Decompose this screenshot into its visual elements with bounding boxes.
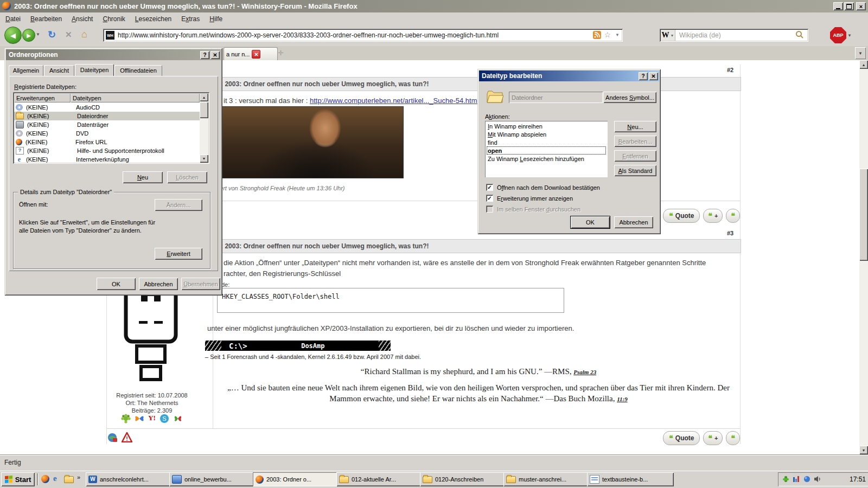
tab-dateitypen[interactable]: Dateitypen: [75, 64, 114, 76]
filetype-row[interactable]: e (KEINE) Internetverknüpfung: [14, 155, 200, 164]
minimize-button[interactable]: [832, 2, 843, 10]
homepage-icon[interactable]: [107, 433, 118, 444]
scroll-down-icon[interactable]: ▼: [859, 446, 868, 454]
new-action-button[interactable]: Neu...: [614, 121, 656, 132]
menu-datei[interactable]: Datei: [5, 15, 21, 23]
action-item[interactable]: Mit Winamp abspielen: [487, 130, 606, 138]
list-scroll-thumb[interactable]: [200, 102, 208, 118]
menu-ansicht[interactable]: Ansicht: [72, 15, 93, 23]
change-button[interactable]: Ändern...: [155, 199, 202, 211]
scroll-up-icon[interactable]: ▲: [859, 60, 868, 69]
remove-action-button[interactable]: Entfernen: [614, 150, 656, 162]
quicklaunch-chevron-icon[interactable]: »: [77, 474, 80, 480]
cancel-button[interactable]: Abbrechen: [139, 278, 178, 290]
browser-tab[interactable]: a nur n... ✕: [224, 47, 278, 61]
ok-button[interactable]: OK: [571, 216, 610, 228]
menu-lesezeichen[interactable]: Lesezeichen: [135, 15, 171, 23]
checkbox-unchecked-icon[interactable]: ✓: [486, 206, 493, 213]
filetype-row[interactable]: (KEINE) Firefox URL: [14, 138, 200, 146]
apply-button[interactable]: Übernehmen: [181, 278, 220, 290]
quicklaunch-ie-icon[interactable]: e: [53, 474, 57, 483]
tray-volume-icon[interactable]: [814, 476, 821, 484]
taskbar-task[interactable]: Wanschrelconlehrt...: [86, 472, 173, 486]
forward-button[interactable]: ▶: [22, 29, 35, 42]
bookmark-star-icon[interactable]: ☆: [604, 30, 611, 39]
icq-icon[interactable]: [121, 414, 131, 425]
msn-icon[interactable]: [135, 414, 144, 425]
scrollbar-thumb[interactable]: [859, 169, 868, 261]
taskbar-clock[interactable]: 17:51: [850, 476, 866, 483]
post2-number[interactable]: #2: [727, 67, 733, 73]
actions-list[interactable]: In Winamp einreihen Mit Winamp abspielen…: [485, 121, 608, 177]
action-item-selected[interactable]: open: [487, 146, 606, 155]
tray-network-icon[interactable]: [793, 476, 800, 484]
new-tab-icon[interactable]: ✛: [278, 49, 284, 57]
quote2-link[interactable]: 11:9: [617, 396, 628, 402]
list-tabs-dropdown-icon[interactable]: ▼: [855, 47, 866, 59]
set-default-button[interactable]: Als Standard: [614, 165, 656, 176]
back-button[interactable]: ◀: [4, 27, 22, 44]
tab-allgemein[interactable]: Allgemein: [9, 65, 43, 76]
post2-link[interactable]: http://www.computerleben.net/artikel..._…: [310, 97, 478, 105]
reload-button[interactable]: ↻: [48, 29, 56, 41]
quicklaunch-firefox-icon[interactable]: [41, 475, 49, 483]
always-show-extension-checkbox[interactable]: ✓ Erweiterung immer anzeigen: [486, 195, 573, 202]
adblock-icon[interactable]: ABP: [830, 27, 846, 43]
yahoo-icon[interactable]: Y!: [148, 414, 156, 425]
post3-multiquote-button[interactable]: ❝+: [703, 431, 723, 445]
action-item[interactable]: find: [487, 138, 606, 146]
action-item[interactable]: Zu Winamp Lesezeichen hinzufügen: [487, 155, 606, 163]
quicklaunch-folder-icon[interactable]: [64, 476, 74, 483]
post2-quickreply-button[interactable]: ❝: [726, 209, 740, 223]
tray-ball-icon[interactable]: [803, 476, 810, 484]
quote1-link[interactable]: Psalm 23: [573, 369, 596, 375]
change-icon-button[interactable]: Anderes Symbol...: [603, 92, 656, 103]
list-scroll-down-icon[interactable]: ▼: [200, 155, 208, 163]
edit-filetype-titlebar[interactable]: Dateityp bearbeiten ? ✕: [479, 70, 659, 81]
filetype-row[interactable]: (KEINE) Datenträger: [14, 120, 200, 129]
post2-quote-button[interactable]: ❝Quote: [663, 209, 700, 223]
maximize-button[interactable]: [843, 2, 854, 10]
taskbar-task[interactable]: 012-aktuelle Ar...: [336, 472, 423, 486]
search-engine-icon[interactable]: W▼: [661, 30, 675, 41]
location-bar[interactable]: WH http://www.winhistory-forum.net/windo…: [103, 29, 623, 42]
help-button[interactable]: ?: [639, 72, 648, 80]
taskbar-task-active[interactable]: 2003: Ordner o...: [253, 472, 340, 486]
search-bar[interactable]: W▼ Wikipedia (de): [660, 29, 808, 42]
close-button[interactable]: ✕: [210, 51, 220, 59]
browse-same-window-checkbox[interactable]: ✓ Im selben Fenster durchsuchen: [486, 206, 580, 213]
adblock-dropdown-icon[interactable]: ▼: [847, 33, 852, 38]
menu-bearbeiten[interactable]: Bearbeiten: [30, 15, 62, 23]
post3-quickreply-button[interactable]: ❝: [726, 431, 740, 445]
search-magnifier-icon[interactable]: [795, 30, 804, 40]
new-filetype-button[interactable]: Neu: [123, 171, 163, 183]
advanced-button[interactable]: Erweitert: [155, 248, 202, 260]
list-scroll-up-icon[interactable]: ▲: [200, 93, 208, 101]
confirm-download-checkbox[interactable]: ✓ Öffnen nach dem Download bestätigen: [486, 184, 600, 191]
home-button[interactable]: ⌂: [81, 29, 87, 40]
tray-green-icon[interactable]: [782, 476, 789, 484]
column-dateitypen[interactable]: Dateitypen: [71, 93, 200, 102]
menu-extras[interactable]: Extras: [181, 15, 200, 23]
tab-close-icon[interactable]: ✕: [252, 50, 260, 59]
post3-quote-button[interactable]: ❝Quote: [663, 431, 700, 445]
report-icon[interactable]: !: [122, 432, 132, 444]
filetype-row[interactable]: (KEINE) AudioCD: [14, 103, 200, 112]
filetype-list[interactable]: Erweiterungen Dateitypen (KEINE) AudioCD…: [13, 92, 209, 164]
list-scrollbar[interactable]: ▲ ▼: [200, 93, 208, 163]
delete-filetype-button[interactable]: Löschen: [167, 171, 207, 183]
checkbox-checked-icon[interactable]: ✓: [486, 184, 493, 191]
post3-code-box[interactable]: HKEY_CLASSES_ROOT\Folder\shell: [217, 288, 564, 313]
skype-icon[interactable]: S: [159, 414, 169, 425]
close-button[interactable]: ✕: [649, 72, 658, 80]
post3-number[interactable]: #3: [727, 230, 733, 236]
filetype-row[interactable]: ? (KEINE) Hilfe- und Supportcenterprotok…: [14, 146, 200, 155]
stop-button[interactable]: ✕: [65, 30, 72, 40]
taskbar-task[interactable]: 0120-Anschreiben: [420, 472, 507, 486]
start-button[interactable]: Start: [1, 472, 35, 486]
page-scrollbar[interactable]: ▲ ▼: [859, 60, 868, 454]
tab-offlinedateien[interactable]: Offlinedateien: [114, 65, 162, 76]
menu-hilfe[interactable]: Hilfe: [209, 15, 222, 23]
filetype-name-field[interactable]: Dateiordner: [509, 92, 603, 103]
aim-icon[interactable]: [173, 414, 183, 425]
